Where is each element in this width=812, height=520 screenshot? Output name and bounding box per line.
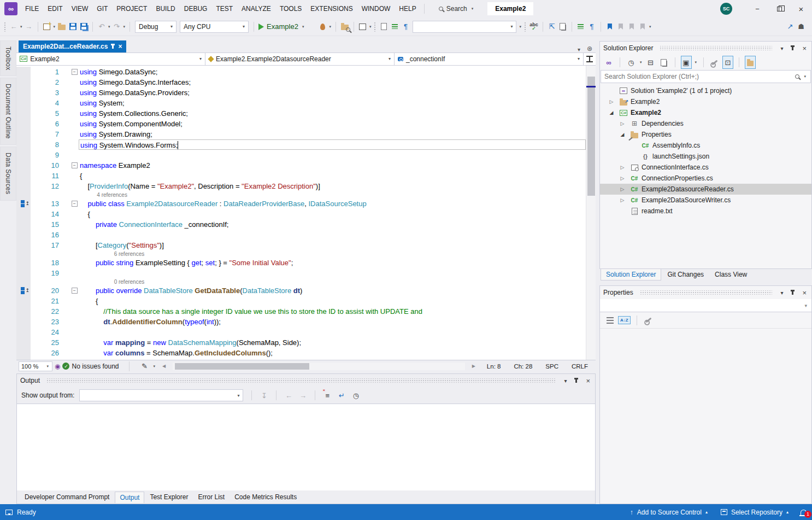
word-wrap-icon[interactable]: ↵ bbox=[336, 389, 347, 402]
toolbar-drag-handle[interactable] bbox=[374, 22, 376, 32]
code-line-21[interactable]: 21 { bbox=[16, 296, 586, 306]
close-icon[interactable]: × bbox=[801, 44, 808, 52]
tree-item-launchsettings-json[interactable]: {}launchSettings.json bbox=[600, 151, 811, 162]
menu-analyze[interactable]: ANALYZE bbox=[237, 0, 275, 17]
restore-button[interactable] bbox=[768, 0, 790, 17]
notifications-button[interactable]: 1 bbox=[801, 510, 807, 515]
spaces-indicator[interactable]: SPC bbox=[540, 363, 564, 370]
split-window-button[interactable] bbox=[584, 53, 596, 65]
code-text[interactable] bbox=[79, 358, 586, 360]
start-without-debugging-icon[interactable] bbox=[306, 20, 317, 33]
code-text[interactable]: public string ExampleSetting { get; set;… bbox=[79, 258, 586, 268]
code-text[interactable]: { bbox=[79, 209, 586, 219]
close-icon[interactable]: × bbox=[118, 43, 122, 50]
inheritance-glyph-icon[interactable] bbox=[21, 287, 25, 294]
redo-caret-icon[interactable]: ▾ bbox=[122, 25, 127, 29]
previous-message-icon[interactable]: ← bbox=[283, 389, 294, 402]
code-text[interactable]: var mapping = new DataSchemaMapping(Sche… bbox=[79, 337, 586, 348]
fold-collapse-icon[interactable]: − bbox=[72, 288, 78, 294]
code-text[interactable]: using Simego.DataSync.Providers; bbox=[79, 87, 586, 98]
tree-item-dependencies[interactable]: ▷⊞Dependencies bbox=[600, 118, 811, 129]
navigate-back-icon[interactable]: ← bbox=[8, 20, 19, 33]
toolbar-overflow-icon[interactable]: ▾ bbox=[368, 25, 373, 29]
expand-icon[interactable]: ▷ bbox=[617, 197, 627, 203]
properties-wrench-icon[interactable] bbox=[709, 56, 720, 69]
toggle-bookmark-icon[interactable] bbox=[604, 20, 615, 33]
sidebar-tab-toolbox[interactable]: Toolbox bbox=[0, 40, 16, 76]
bottom-tab-test-explorer[interactable]: Test Explorer bbox=[145, 492, 192, 503]
code-cleanup-icon[interactable]: ✎ bbox=[139, 360, 150, 373]
menu-window[interactable]: WINDOW bbox=[357, 0, 395, 17]
code-text[interactable]: namespace Example2 bbox=[79, 160, 586, 171]
search-input[interactable] bbox=[604, 73, 792, 80]
pin-icon[interactable] bbox=[112, 44, 114, 49]
close-button[interactable]: × bbox=[790, 0, 812, 17]
code-line-4[interactable]: 4using System; bbox=[16, 98, 586, 108]
menu-project[interactable]: PROJECT bbox=[112, 0, 151, 17]
alphabetical-sort-icon[interactable]: A↓Z bbox=[618, 316, 631, 324]
code-line-23[interactable]: 23 dt.AddIdentifierColumn(typeof(int)); bbox=[16, 317, 586, 327]
solution-explorer-titlebar[interactable]: Solution Explorer ▾ × bbox=[600, 42, 811, 55]
global-search[interactable]: Search ▾ bbox=[433, 3, 480, 14]
code-text[interactable] bbox=[79, 230, 586, 240]
menu-debug[interactable]: DEBUG bbox=[180, 0, 212, 17]
tree-item-properties[interactable]: ◢Properties bbox=[600, 129, 811, 140]
feedback-icon[interactable] bbox=[5, 510, 13, 515]
navigate-forward-icon[interactable]: → bbox=[23, 20, 34, 33]
menu-view[interactable]: VIEW bbox=[67, 0, 93, 17]
type-dropdown[interactable]: Example2.Example2DatasourceReader ▾ bbox=[205, 53, 395, 65]
bottom-tab-error-list[interactable]: Error List bbox=[193, 492, 229, 503]
filter-caret-icon[interactable]: ▾ bbox=[639, 60, 643, 65]
code-line-26[interactable]: 26 var columns = SchemaMap.GetIncludedCo… bbox=[16, 348, 586, 358]
code-line-18[interactable]: 18 public string ExampleSetting { get; s… bbox=[16, 258, 586, 268]
code-text[interactable]: { bbox=[79, 296, 586, 306]
code-text[interactable]: using System.ComponentModel; bbox=[79, 119, 586, 129]
codelens-references[interactable]: 6 references bbox=[114, 250, 145, 258]
expand-icon[interactable]: ▷ bbox=[617, 186, 627, 192]
pin-icon[interactable] bbox=[792, 46, 793, 50]
pin-icon[interactable] bbox=[575, 378, 577, 383]
menu-file[interactable]: FILE bbox=[21, 0, 43, 17]
redo-icon[interactable]: ↷ bbox=[111, 20, 122, 33]
categorized-icon[interactable] bbox=[604, 314, 615, 327]
code-text[interactable]: { bbox=[79, 171, 586, 181]
scroll-left-icon[interactable]: ◀ bbox=[158, 360, 169, 373]
comment-lines-icon[interactable] bbox=[389, 20, 400, 33]
add-to-source-control-button[interactable]: ↑ Add to Source Control ▴ bbox=[626, 509, 712, 516]
new-file-icon[interactable] bbox=[378, 20, 389, 33]
bottom-tab-developer-command-prompt[interactable]: Developer Command Prompt bbox=[20, 492, 114, 503]
scroll-down-icon[interactable] bbox=[586, 352, 596, 360]
menu-git[interactable]: GIT bbox=[92, 0, 112, 17]
code-text[interactable]: public override DataTableStore GetDataTa… bbox=[79, 285, 586, 296]
codelens-references[interactable]: 4 references bbox=[97, 191, 127, 198]
code-line-24[interactable]: 24 bbox=[16, 327, 586, 337]
share-icon[interactable]: ↗ bbox=[785, 20, 796, 33]
copy-lines-icon[interactable] bbox=[557, 20, 568, 33]
menu-extensions[interactable]: EXTENSIONS bbox=[306, 0, 357, 17]
code-line-2[interactable]: 2using Simego.DataSync.Interfaces; bbox=[16, 77, 586, 87]
code-line-3[interactable]: 3using Simego.DataSync.Providers; bbox=[16, 87, 586, 98]
code-line-11[interactable]: 11{ bbox=[16, 171, 586, 181]
menu-edit[interactable]: EDIT bbox=[43, 0, 67, 17]
solution-explorer-home-icon[interactable] bbox=[357, 20, 368, 33]
collapse-icon[interactable]: ◢ bbox=[617, 132, 627, 137]
tree-item-example2datasourcewriter-cs[interactable]: ▷C#Example2DataSourceWriter.cs bbox=[600, 195, 811, 206]
code-line-5[interactable]: 5using System.Collections.Generic; bbox=[16, 108, 586, 119]
tree-item-assemblyinfo-cs[interactable]: C#AssemblyInfo.cs bbox=[600, 140, 811, 151]
code-text[interactable] bbox=[79, 268, 586, 278]
output-source-dropdown[interactable]: ▾ bbox=[79, 389, 243, 401]
account-avatar[interactable]: SC bbox=[720, 3, 732, 15]
code-text[interactable]: [Category("Settings")] bbox=[79, 240, 586, 250]
code-line-12[interactable]: 12 [ProviderInfo(Name = "Example2", Desc… bbox=[16, 181, 586, 191]
document-tab[interactable]: Example2Dat...ceReader.cs × bbox=[19, 40, 126, 52]
spell-check-icon[interactable]: abc ✓ bbox=[528, 20, 539, 33]
bottom-tab-code-metrics-results[interactable]: Code Metrics Results bbox=[230, 492, 301, 503]
code-line-8[interactable]: 8using System.Windows.Forms; bbox=[16, 139, 586, 150]
output-content[interactable] bbox=[17, 404, 595, 490]
code-line-20[interactable]: ↥20− public override DataTableStore GetD… bbox=[16, 285, 586, 296]
code-line-17[interactable]: 17 [Category("Settings")] bbox=[16, 240, 586, 250]
uncomment-lines-icon[interactable]: ¶ bbox=[400, 20, 411, 33]
code-text[interactable]: [ProviderInfo(Name = "Example2", Descrip… bbox=[79, 181, 586, 191]
code-cleanup-caret-icon[interactable]: ▾ bbox=[152, 364, 157, 369]
tree-item-readme-txt[interactable]: readme.txt bbox=[600, 206, 811, 217]
